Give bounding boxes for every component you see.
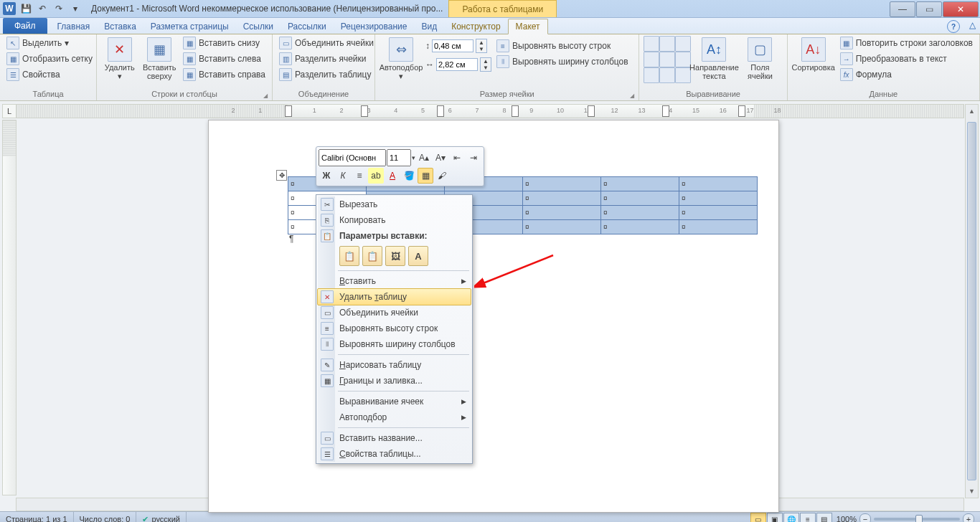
properties-button[interactable]: ☰Свойства (4, 67, 95, 82)
shading-icon[interactable]: 🪣 (401, 168, 417, 184)
select-button[interactable]: ↖Выделить ▾ (4, 36, 95, 50)
cell-margins-button[interactable]: ▢Поля ячейки (738, 36, 781, 82)
align-tc[interactable] (659, 36, 675, 52)
tab-selector[interactable]: L (2, 104, 17, 118)
ctx-table-properties[interactable]: ☰Свойства таблицы... (318, 446, 471, 462)
insert-right-button[interactable]: ▦Вставить справа (181, 67, 268, 82)
split-cells-button[interactable]: ▥Разделить ячейки (277, 52, 376, 66)
help-icon[interactable]: ? (947, 20, 960, 33)
sort-button[interactable]: A↓Сортировка (792, 36, 835, 73)
view-gridlines-button[interactable]: ▦Отобразить сетку (4, 52, 95, 66)
decrease-indent-icon[interactable]: ⇤ (449, 150, 465, 166)
ctx-insert[interactable]: Вставить▶ (318, 273, 471, 289)
ctx-copy[interactable]: ⎘Копировать (318, 212, 471, 228)
italic-icon[interactable]: К (335, 168, 351, 184)
grow-font-icon[interactable]: A▴ (416, 150, 432, 166)
align-tl[interactable] (644, 36, 659, 52)
qat-customize-icon[interactable]: ▾ (68, 1, 83, 16)
shrink-font-icon[interactable]: A▾ (433, 150, 448, 166)
vertical-ruler[interactable] (2, 120, 17, 495)
minimize-ribbon-icon[interactable]: △ (969, 20, 976, 30)
tab-view[interactable]: Вид (414, 19, 444, 34)
tab-file[interactable]: Файл (3, 18, 47, 34)
align-center-icon[interactable]: ≡ (352, 168, 367, 184)
font-size-combo[interactable] (387, 149, 411, 166)
row-height-input[interactable]: ↕▲▼ (425, 39, 491, 53)
align-bc[interactable] (659, 67, 675, 83)
insert-above-button[interactable]: ▦Вставить сверху (141, 36, 179, 82)
minimize-button[interactable]: — (890, 1, 915, 17)
horizontal-ruler[interactable]: 210123456789101112131415161718 (16, 104, 964, 118)
ctx-distribute-cols[interactable]: ⦀Выровнять ширину столбцов (318, 336, 471, 352)
ctx-distribute-rows[interactable]: ≡Выровнять высоту строк (318, 321, 471, 336)
table-move-handle[interactable]: ✥ (276, 170, 287, 181)
paste-merge-formatting-icon[interactable]: 📋 (362, 246, 382, 266)
borders-icon[interactable]: ▦ (418, 168, 433, 184)
status-word-count[interactable]: Число слов: 0 (74, 512, 137, 522)
zoom-slider[interactable] (874, 518, 960, 521)
increase-indent-icon[interactable]: ⇥ (466, 150, 481, 166)
align-tr[interactable] (675, 36, 691, 52)
bold-icon[interactable]: Ж (319, 168, 334, 184)
align-ml[interactable] (644, 52, 659, 67)
merge-cells-button[interactable]: ▭Объединить ячейки (277, 36, 376, 50)
ctx-cell-alignment[interactable]: Выравнивание ячеек▶ (318, 394, 471, 409)
fullscreen-reading-view-icon[interactable]: ▣ (767, 513, 783, 522)
zoom-level[interactable]: 100% (837, 515, 857, 522)
autofit-button[interactable]: ⇔Автоподбор▾ (380, 36, 423, 82)
tab-home[interactable]: Главная (50, 19, 98, 34)
repeat-header-button[interactable]: ▦Повторить строки заголовков (838, 36, 975, 50)
ctx-draw-table[interactable]: ✎Нарисовать таблицу (318, 357, 471, 373)
ctx-cut[interactable]: ✂Вырезать (318, 196, 471, 212)
ctx-insert-caption[interactable]: ▭Вставить название... (318, 430, 471, 446)
ctx-merge-cells[interactable]: ▭Объединить ячейки (318, 305, 471, 321)
status-language[interactable]: ✔русский (136, 512, 186, 522)
group-label-rows-cols[interactable]: Строки и столбцы (101, 88, 268, 100)
paste-text-only-icon[interactable]: A (408, 246, 428, 266)
undo-icon[interactable]: ↶ (35, 1, 50, 16)
formula-button[interactable]: fxФормула (838, 67, 975, 82)
align-mc[interactable] (659, 52, 675, 67)
maximize-button[interactable]: ▭ (916, 1, 942, 17)
delete-button[interactable]: ✕Удалить▾ (101, 36, 138, 82)
status-page[interactable]: Страница: 1 из 1 (0, 512, 74, 522)
paste-keep-formatting-icon[interactable]: 📋 (339, 246, 359, 266)
tab-mailings[interactable]: Рассылки (281, 19, 334, 34)
font-combo[interactable] (319, 149, 386, 166)
close-button[interactable]: ✕ (943, 1, 979, 17)
app-icon[interactable]: W (3, 2, 16, 15)
convert-to-text-button[interactable]: →Преобразовать в текст (838, 52, 975, 66)
scrollbar-thumb[interactable] (967, 122, 976, 480)
paste-as-picture-icon[interactable]: 🖼 (385, 246, 405, 266)
tab-page-layout[interactable]: Разметка страницы (143, 19, 236, 34)
tab-insert[interactable]: Вставка (97, 19, 143, 34)
format-painter-icon[interactable]: 🖌 (434, 168, 450, 184)
vertical-scrollbar[interactable]: ▲ ▼ (965, 104, 979, 498)
insert-below-button[interactable]: ▦Вставить снизу (181, 36, 268, 50)
ctx-delete-table[interactable]: ✕Удалить таблицу (317, 288, 471, 305)
split-table-button[interactable]: ▤Разделить таблицу (277, 67, 376, 82)
ctx-autofit[interactable]: Автоподбор▶ (318, 409, 471, 425)
page[interactable]: ✥ ¤¤¤¤¤¤ ¤¤¤¤¤¤ ¤¤¤¤¤¤ ¤¤¤¤¤¤ ¶ ▾ A▴ A▾ … (208, 120, 779, 513)
web-layout-view-icon[interactable]: 🌐 (783, 513, 799, 522)
column-width-input[interactable]: ↔▲▼ (425, 57, 491, 72)
print-layout-view-icon[interactable]: ▭ (750, 513, 766, 522)
tab-references[interactable]: Ссылки (236, 19, 281, 34)
tab-design[interactable]: Конструктор (444, 19, 507, 34)
zoom-in-button[interactable]: + (963, 513, 974, 522)
tab-review[interactable]: Рецензирование (334, 19, 415, 34)
group-label-cell-size[interactable]: Размер ячейки (380, 88, 634, 100)
outline-view-icon[interactable]: ≡ (800, 513, 816, 522)
ctx-borders-shading[interactable]: ▦Границы и заливка... (318, 373, 471, 389)
distribute-rows-button[interactable]: ≡Выровнять высоту строк (494, 39, 631, 53)
zoom-out-button[interactable]: − (859, 513, 871, 522)
save-icon[interactable]: 💾 (19, 1, 33, 16)
distribute-columns-button[interactable]: ⦀Выровнять ширину столбцов (494, 54, 631, 69)
highlight-icon[interactable]: ab (368, 168, 384, 184)
align-bl[interactable] (644, 67, 659, 83)
insert-left-button[interactable]: ▦Вставить слева (181, 52, 268, 66)
redo-icon[interactable]: ↷ (52, 1, 66, 16)
font-color-icon[interactable]: A (385, 168, 400, 184)
text-direction-button[interactable]: A↕Направление текста (692, 36, 735, 82)
draft-view-icon[interactable]: ▤ (816, 513, 832, 522)
